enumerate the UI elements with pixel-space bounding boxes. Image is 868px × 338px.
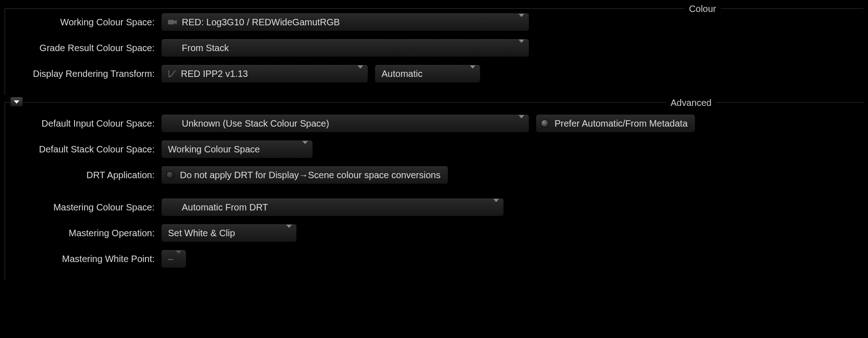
mastering-colour-space-row: Mastering Colour Space: Automatic From D… — [9, 198, 859, 216]
mastering-operation-row: Mastering Operation: Set White & Clip — [9, 224, 859, 242]
display-rendering-mode-value: Automatic — [382, 69, 422, 79]
advanced-section-title: Advanced — [666, 98, 716, 108]
display-rendering-transform-row: Display Rendering Transform: RED IPP2 v1… — [9, 64, 859, 83]
mastering-operation-dropdown[interactable]: Set White & Clip — [161, 224, 297, 242]
mastering-white-point-row: Mastering White Point: – — [9, 250, 859, 268]
default-input-colour-space-row: Default Input Colour Space: Unknown (Use… — [9, 114, 859, 133]
mastering-colour-space-dropdown[interactable]: Automatic From DRT — [161, 198, 504, 216]
default-input-colour-space-value: Unknown (Use Stack Colour Space) — [182, 118, 329, 129]
chevron-down-icon — [484, 202, 499, 213]
drt-application-row: DRT Application: Do not apply DRT for Di… — [9, 166, 859, 184]
section-divider — [5, 8, 863, 9]
section-collapse-toggle[interactable] — [10, 97, 23, 107]
grade-result-colour-space-dropdown[interactable]: From Stack — [161, 39, 529, 57]
radio-icon — [166, 171, 174, 179]
radio-icon — [541, 119, 549, 128]
drt-application-value: Do not apply DRT for Display→Scene colou… — [180, 170, 440, 181]
curve-icon — [168, 70, 176, 78]
drt-application-checkbox[interactable]: Do not apply DRT for Display→Scene colou… — [161, 166, 448, 184]
default-stack-colour-space-row: Default Stack Colour Space: Working Colo… — [9, 140, 859, 158]
chevron-down-icon — [509, 17, 524, 28]
chevron-down-icon — [173, 254, 181, 264]
default-stack-colour-space-dropdown[interactable]: Working Colour Space — [161, 140, 313, 158]
working-colour-space-dropdown[interactable]: RED: Log3G10 / REDWideGamutRGB — [161, 13, 529, 31]
chevron-down-icon — [509, 43, 524, 53]
grade-result-colour-space-label: Grade Result Colour Space: — [9, 43, 161, 53]
mastering-white-point-value: – — [168, 254, 173, 264]
default-stack-colour-space-label: Default Stack Colour Space: — [9, 144, 161, 155]
chevron-down-icon — [348, 69, 363, 79]
section-border-left — [5, 8, 5, 95]
display-rendering-transform-dropdown[interactable]: RED IPP2 v1.13 — [161, 64, 368, 83]
default-input-colour-space-label: Default Input Colour Space: — [9, 118, 161, 129]
colour-section-title: Colour — [684, 4, 721, 14]
triangle-down-icon — [14, 100, 19, 104]
drt-application-label: DRT Application: — [9, 170, 161, 181]
chevron-down-icon — [461, 69, 475, 79]
working-colour-space-label: Working Colour Space: — [9, 17, 161, 28]
mastering-white-point-dropdown[interactable]: – — [161, 250, 186, 268]
section-divider — [5, 102, 863, 103]
mastering-operation-label: Mastering Operation: — [9, 228, 161, 239]
prefer-automatic-label: Prefer Automatic/From Metadata — [555, 118, 688, 129]
colour-section: Colour Working Colour Space: RED: Log3G1… — [5, 4, 863, 95]
display-rendering-transform-label: Display Rendering Transform: — [9, 69, 161, 79]
grade-result-colour-space-row: Grade Result Colour Space: From Stack — [9, 39, 859, 57]
mastering-operation-value: Set White & Clip — [168, 228, 235, 239]
working-colour-space-value: RED: Log3G10 / REDWideGamutRGB — [182, 17, 340, 28]
mastering-colour-space-value: Automatic From DRT — [182, 202, 268, 213]
section-border-left — [5, 102, 5, 280]
camera-icon — [168, 19, 177, 25]
chevron-down-icon — [277, 228, 292, 239]
display-rendering-mode-dropdown[interactable]: Automatic — [375, 64, 480, 83]
grade-result-colour-space-value: From Stack — [182, 43, 229, 53]
chevron-down-icon — [293, 144, 308, 155]
default-input-colour-space-dropdown[interactable]: Unknown (Use Stack Colour Space) — [161, 114, 529, 133]
default-stack-colour-space-value: Working Colour Space — [168, 144, 260, 155]
prefer-automatic-checkbox[interactable]: Prefer Automatic/From Metadata — [536, 114, 695, 133]
chevron-down-icon — [509, 118, 524, 129]
working-colour-space-row: Working Colour Space: RED: Log3G10 / RED… — [9, 13, 859, 31]
advanced-section: Advanced Default Input Colour Space: Unk… — [5, 98, 863, 280]
display-rendering-transform-value: RED IPP2 v1.13 — [181, 69, 248, 79]
mastering-colour-space-label: Mastering Colour Space: — [9, 202, 161, 213]
svg-rect-0 — [168, 20, 174, 24]
mastering-white-point-label: Mastering White Point: — [9, 254, 161, 264]
